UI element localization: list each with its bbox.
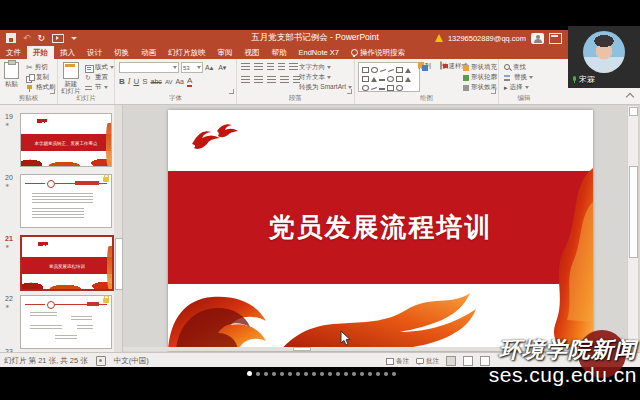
justify-icon[interactable] (280, 76, 289, 83)
drawing-dialog-launcher[interactable] (491, 89, 496, 94)
tab-design[interactable]: 设计 (81, 46, 108, 59)
select-button[interactable]: ▸选择 (504, 83, 533, 92)
paste-button[interactable]: 粘贴 (4, 62, 19, 87)
start-slideshow-icon[interactable] (52, 34, 64, 43)
align-center-icon[interactable] (254, 76, 263, 83)
slide-thumbnail-22[interactable] (20, 295, 112, 349)
scrollbar-thumb[interactable] (115, 238, 123, 290)
scroll-up-icon[interactable] (629, 107, 638, 116)
new-slide-button[interactable]: 新建幻灯片 (61, 62, 81, 94)
customize-qat-icon[interactable] (71, 37, 77, 40)
arrange-button[interactable]: 排列 (418, 62, 431, 69)
tab-review[interactable]: 审阅 (212, 46, 239, 59)
convert-smartart-button[interactable]: 转换为 SmartArt (299, 83, 352, 92)
carousel-dot[interactable] (368, 372, 372, 376)
account-avatar-icon[interactable] (531, 33, 544, 44)
tab-help[interactable]: 帮助 (266, 46, 293, 59)
thumbnail-scrollbar[interactable] (114, 105, 123, 352)
language-indicator[interactable]: 中文(中国) (114, 356, 149, 366)
replace-button[interactable]: 替换 (504, 73, 533, 82)
italic-button[interactable]: I (128, 77, 131, 86)
character-spacing-button[interactable]: AV (165, 79, 173, 85)
webcam-tile[interactable]: 宋霖 (568, 26, 640, 88)
font-size-combo[interactable]: 53 (181, 62, 203, 73)
font-name-combo[interactable] (119, 62, 179, 73)
tab-home[interactable]: 开始 (27, 46, 54, 59)
cut-button[interactable]: ✂剪切 (26, 63, 56, 72)
align-left-icon[interactable] (241, 76, 250, 83)
carousel-dot[interactable] (320, 372, 324, 376)
carousel-dot[interactable] (304, 372, 308, 376)
carousel-dot[interactable] (264, 372, 268, 376)
shapes-gallery[interactable] (358, 62, 420, 92)
shape-outline-button[interactable]: 形状轮廓 (463, 73, 497, 82)
comments-button[interactable]: 批注 (416, 357, 439, 366)
underline-button[interactable]: U (133, 77, 139, 86)
tab-slideshow[interactable]: 幻灯片放映 (162, 46, 212, 59)
bullets-icon[interactable] (241, 63, 250, 70)
carousel-dot[interactable] (256, 372, 260, 376)
tab-file[interactable]: 文件 (0, 46, 27, 59)
clipboard-dialog-launcher[interactable] (50, 89, 55, 94)
carousel-dot[interactable] (360, 372, 364, 376)
carousel-dot[interactable] (376, 372, 380, 376)
carousel-dot[interactable] (272, 372, 276, 376)
carousel-dot[interactable] (247, 371, 252, 376)
tab-animations[interactable]: 动画 (135, 46, 162, 59)
text-shadow-button[interactable]: S (142, 77, 147, 86)
accessibility-icon[interactable] (96, 356, 106, 366)
slide-thumbnail-19[interactable]: 本学期党员转正、发展工作要点 (20, 113, 112, 167)
carousel-dot[interactable] (344, 372, 348, 376)
bullets-numbering-buttons[interactable] (241, 63, 298, 70)
shrink-font-button[interactable]: A▾ (218, 64, 226, 72)
section-button[interactable]: 节 (85, 83, 114, 92)
layout-button[interactable]: 版式 (85, 63, 114, 72)
carousel-dot[interactable] (392, 372, 396, 376)
tab-endnote[interactable]: EndNote X7 (293, 46, 345, 59)
shape-fill-button[interactable]: 形状填充 (463, 63, 497, 72)
slide-thumbnail-20[interactable] (20, 174, 112, 228)
increase-indent-icon[interactable] (278, 63, 285, 70)
paragraph-dialog-launcher[interactable] (347, 89, 352, 94)
tab-transitions[interactable]: 切换 (108, 46, 135, 59)
carousel-dot[interactable] (312, 372, 316, 376)
tab-view[interactable]: 视图 (239, 46, 266, 59)
save-icon[interactable] (6, 33, 16, 43)
carousel-dot[interactable] (352, 372, 356, 376)
undo-icon[interactable]: ↶ (23, 32, 31, 44)
strikethrough-button[interactable]: abc (151, 78, 162, 85)
slide-canvas[interactable]: 党员发展流程培训 (168, 110, 593, 351)
vertical-scrollbar[interactable] (627, 105, 639, 350)
scrollbar-thumb[interactable] (293, 347, 311, 351)
numbering-icon[interactable] (254, 63, 263, 70)
text-direction-button[interactable]: 文字方向 (299, 63, 352, 72)
slide-thumbnail-21[interactable]: 党员发展流程培训 (20, 235, 114, 291)
carousel-dot[interactable] (296, 372, 300, 376)
grow-font-button[interactable]: A▴ (205, 64, 213, 72)
carousel-dot[interactable] (384, 372, 388, 376)
account-email[interactable]: 13296502889@qq.com (448, 34, 526, 43)
line-spacing-icon[interactable] (289, 63, 298, 70)
ribbon-display-options-icon[interactable] (549, 33, 562, 44)
carousel-dot[interactable] (328, 372, 332, 376)
align-text-button[interactable]: 对齐文本 (299, 73, 352, 82)
redo-icon[interactable]: ↻ (38, 32, 46, 44)
align-right-icon[interactable] (267, 76, 276, 83)
warning-icon[interactable] (435, 34, 443, 42)
bold-button[interactable]: B (119, 77, 125, 86)
tab-insert[interactable]: 插入 (54, 46, 81, 59)
font-dialog-launcher[interactable] (229, 89, 234, 94)
font-color-button[interactable]: A (187, 76, 192, 87)
find-button[interactable]: 查找 (504, 63, 533, 72)
carousel-dot[interactable] (280, 372, 284, 376)
slide-title-banner[interactable]: 党员发展流程培训 (168, 171, 593, 284)
decrease-indent-icon[interactable] (267, 63, 274, 70)
carousel-dot[interactable] (288, 372, 292, 376)
reset-button[interactable]: 重置 (85, 73, 114, 82)
copy-button[interactable]: 复制 (26, 73, 56, 82)
change-case-button[interactable]: Aa (175, 78, 184, 85)
scrollbar-thumb[interactable] (629, 166, 638, 258)
carousel-dot[interactable] (336, 372, 340, 376)
tab-tell-me[interactable]: 操作说明搜索 (345, 46, 411, 59)
notes-button[interactable]: 备注 (386, 357, 409, 366)
